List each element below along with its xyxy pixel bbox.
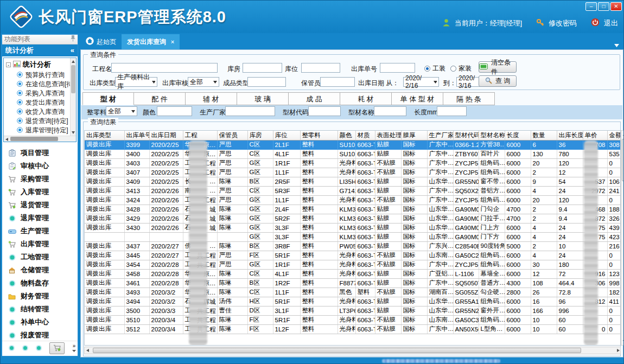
table-row[interactable]: 调拨出库34282020/2/26石城陈琳G区2L4F整料KLM38176063… [85, 205, 621, 214]
table-cell[interactable]: 国标 [401, 232, 427, 241]
table-cell[interactable]: 0 [607, 251, 621, 260]
table-cell[interactable]: 6063-T5 [355, 177, 375, 186]
table-cell[interactable]: 4700 [505, 205, 531, 214]
table-cell[interactable]: 1R2F [273, 278, 300, 288]
table-cell[interactable]: 贴膜 [375, 232, 401, 241]
column-header[interactable]: 数量 [531, 131, 557, 140]
table-cell[interactable]: 6063-T5 [355, 241, 375, 251]
product-type-input[interactable] [247, 77, 286, 87]
table-cell[interactable]: 整料 [300, 195, 338, 205]
table-cell[interactable]: 整料 [300, 306, 338, 315]
table-cell[interactable]: 0 [607, 260, 621, 269]
table-row[interactable]: 调拨出库34002020/2/25华原…严思C区4L1F整料SU10…6063-… [85, 149, 621, 158]
table-cell[interactable]: 门上方 [479, 223, 505, 232]
keeper-input[interactable] [320, 77, 355, 87]
table-cell[interactable]: 整料 [300, 168, 338, 177]
scroll-left-icon[interactable] [5, 138, 8, 141]
sidebar-item[interactable]: 报废管理 [2, 329, 78, 342]
table-cell[interactable] [85, 232, 124, 241]
tab-overflow-icon[interactable] [614, 40, 619, 49]
table-cell[interactable]: GA90M09… [453, 232, 479, 241]
table-cell[interactable]: 山东华… [427, 205, 453, 214]
table-row[interactable]: 调拨出库35102020/3/4工共工程陈琳F区5R1F整料光身料6063-T5… [85, 315, 621, 324]
table-cell[interactable]: B区 [247, 177, 273, 186]
table-cell[interactable]: 门下方 [479, 232, 505, 241]
table-cell[interactable]: 调拨出库 [85, 168, 124, 177]
table-cell[interactable]: 3512 [124, 324, 149, 334]
table-cell[interactable]: 贴膜 [375, 186, 401, 195]
table-cell[interactable]: 国标 [401, 324, 427, 334]
table-cell[interactable]: 国标 [401, 149, 427, 158]
table-cell[interactable]: 普通方… [479, 278, 505, 288]
table-cell[interactable]: 调拨出库 [85, 149, 124, 158]
table-cell[interactable]: 188 [607, 205, 621, 214]
table-cell[interactable]: 幕墙全… [479, 269, 505, 278]
maximize-button[interactable]: □ [598, 2, 609, 11]
sidebar-item[interactable]: 仓储管理 [2, 264, 78, 277]
table-cell[interactable]: 16 [531, 297, 557, 306]
table-cell[interactable] [149, 232, 183, 241]
table-cell[interactable]: 严思 [217, 140, 247, 149]
table-cell[interactable]: 2 [531, 241, 557, 251]
table-cell[interactable]: 6063-T5 [355, 324, 375, 334]
sidebar-item[interactable]: 退库管理 [2, 212, 78, 225]
table-cell[interactable]: 窗不带… [479, 177, 505, 186]
column-header[interactable]: 出库单号 [124, 131, 149, 140]
column-header[interactable]: 膜厚 [401, 131, 427, 140]
table-cell[interactable]: 山东华… [427, 297, 453, 306]
profile-name-input[interactable] [374, 106, 406, 116]
table-cell[interactable]: 整料 [300, 278, 338, 288]
table-cell[interactable]: 贴膜 [375, 214, 401, 223]
table-cell[interactable]: 光身料 [338, 195, 355, 205]
table-cell[interactable]: 国标 [401, 140, 427, 149]
table-cell[interactable]: KLM3817 [338, 214, 355, 223]
scroll-left-icon[interactable] [86, 349, 89, 352]
table-cell[interactable]: 广东中… [427, 195, 453, 205]
date-from-picker[interactable]: 2020/ 2/16 [403, 77, 439, 87]
table-row[interactable]: 调拨出库34942020/3/2石辉城汤伟H区5R1F整料光身料6063-T5贴… [85, 297, 621, 306]
material-tab[interactable]: 玻 璃 [237, 92, 289, 105]
table-cell[interactable]: AN50X50X2 [453, 324, 479, 334]
tree-item[interactable]: 退货查询[待定] [4, 117, 76, 126]
table-cell[interactable]: 黑色 [338, 288, 355, 297]
table-cell[interactable]: 6063-T5 [355, 214, 375, 223]
tree-item[interactable]: 采购入库查询 [4, 89, 76, 98]
table-cell[interactable]: 陈琳 [217, 214, 247, 223]
table-cell[interactable]: GA50C37 [453, 315, 479, 324]
table-cell[interactable]: 整料 [300, 232, 338, 241]
outbound-audit-select[interactable]: 全部 [188, 77, 219, 87]
bin-input[interactable] [301, 63, 340, 73]
table-cell[interactable]: 5R3F [273, 186, 300, 195]
table-cell[interactable]: 调拨出库 [85, 223, 124, 232]
tree-expander-icon[interactable]: - [6, 62, 11, 67]
table-cell[interactable]: 国标 [401, 186, 427, 195]
table-cell[interactable]: 106 [607, 177, 621, 186]
column-header[interactable]: 出库类型 [85, 131, 124, 140]
table-cell[interactable]: 72.8 [557, 288, 583, 297]
table-cell[interactable]: GR55A11 [453, 297, 479, 306]
table-cell[interactable]: 996 [557, 306, 583, 315]
table-cell[interactable]: 整料 [300, 158, 338, 168]
table-cell[interactable]: 10 [531, 315, 557, 324]
table-cell[interactable]: 广东中… [427, 278, 453, 288]
table-cell[interactable]: 山东华… [427, 214, 453, 223]
table-cell[interactable]: 3458 [124, 269, 149, 278]
table-cell[interactable]: 广亚铝… [427, 269, 453, 278]
table-cell[interactable]: 国标 [401, 205, 427, 214]
profile-code-input[interactable] [308, 106, 341, 116]
table-cell[interactable]: 贴膜 [375, 205, 401, 214]
table-cell[interactable]: 1L1F [273, 195, 300, 205]
table-cell[interactable]: ZTBY607 [453, 149, 479, 158]
table-cell[interactable]: 308 [607, 140, 621, 149]
table-cell[interactable]: 9.4 [557, 205, 583, 214]
table-cell[interactable]: SQ50X2… [453, 186, 479, 195]
table-cell[interactable]: 123 [607, 269, 621, 278]
table-cell[interactable]: 2020/3/2 [149, 297, 183, 306]
table-cell[interactable]: 6063-T5 [355, 260, 375, 269]
material-tab[interactable]: 辅 材 [186, 92, 237, 105]
table-row[interactable]: 调拨出库34612020/2/28华原…陈琳B区1R2F整料F8877FT606… [85, 278, 621, 288]
column-header[interactable]: 出库长度 [557, 131, 583, 140]
column-header[interactable]: 出库日期 [149, 131, 183, 140]
table-cell[interactable]: 调拨出库 [85, 177, 124, 186]
table-row[interactable]: 调拨出库35122020/3/4工共工程陈琳F区1L2F整料光身料6063-T5… [85, 324, 621, 334]
